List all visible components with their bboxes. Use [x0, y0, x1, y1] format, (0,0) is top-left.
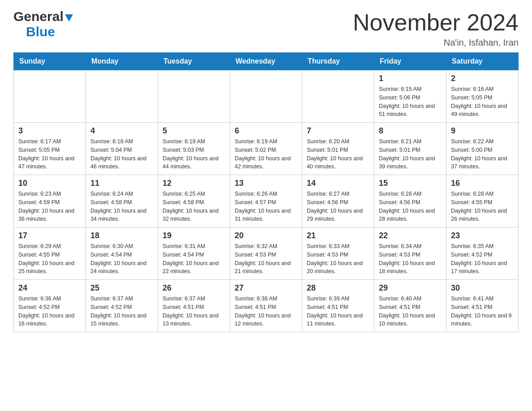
day-info: Sunrise: 6:39 AMSunset: 4:51 PMDaylight:… — [307, 295, 369, 328]
day-info: Sunrise: 6:34 AMSunset: 4:53 PMDaylight:… — [379, 242, 442, 276]
calendar-day-header: Monday — [86, 53, 158, 70]
day-number: 22 — [379, 231, 442, 240]
location-title: Na'in, Isfahan, Iran — [353, 38, 519, 48]
calendar-cell: 21Sunrise: 6:33 AMSunset: 4:53 PMDayligh… — [302, 227, 374, 280]
day-info: Sunrise: 6:21 AMSunset: 5:01 PMDaylight:… — [379, 137, 442, 171]
day-info: Sunrise: 6:30 AMSunset: 4:54 PMDaylight:… — [90, 242, 153, 276]
calendar-header-row: SundayMondayTuesdayWednesdayThursdayFrid… — [14, 53, 519, 70]
day-info: Sunrise: 6:19 AMSunset: 5:02 PMDaylight:… — [235, 137, 297, 171]
calendar-cell: 12Sunrise: 6:25 AMSunset: 4:58 PMDayligh… — [158, 175, 230, 227]
calendar-cell: 19Sunrise: 6:31 AMSunset: 4:54 PMDayligh… — [158, 227, 230, 280]
day-number: 2 — [451, 74, 514, 83]
calendar-day-header: Thursday — [302, 53, 374, 70]
day-info: Sunrise: 6:37 AMSunset: 4:51 PMDaylight:… — [163, 295, 225, 328]
calendar-day-header: Saturday — [446, 53, 519, 70]
calendar-cell — [302, 70, 374, 123]
month-title: November 2024 — [353, 9, 519, 36]
calendar-cell — [86, 70, 158, 123]
day-info: Sunrise: 6:16 AMSunset: 5:05 PMDaylight:… — [451, 85, 514, 119]
day-number: 26 — [163, 283, 225, 293]
calendar-cell: 25Sunrise: 6:37 AMSunset: 4:52 PMDayligh… — [86, 280, 158, 332]
day-info: Sunrise: 6:15 AMSunset: 5:06 PMDaylight:… — [379, 85, 442, 119]
calendar-week-row: 1Sunrise: 6:15 AMSunset: 5:06 PMDaylight… — [14, 70, 519, 123]
day-number: 3 — [18, 126, 81, 136]
day-info: Sunrise: 6:35 AMSunset: 4:52 PMDaylight:… — [451, 242, 514, 276]
calendar-cell — [14, 70, 86, 123]
day-number: 27 — [235, 283, 297, 293]
calendar-cell: 30Sunrise: 6:41 AMSunset: 4:51 PMDayligh… — [446, 280, 519, 332]
calendar-cell: 14Sunrise: 6:27 AMSunset: 4:56 PMDayligh… — [302, 175, 374, 227]
day-number: 1 — [379, 74, 442, 83]
day-info: Sunrise: 6:37 AMSunset: 4:52 PMDaylight:… — [90, 295, 153, 328]
day-info: Sunrise: 6:32 AMSunset: 4:53 PMDaylight:… — [235, 242, 297, 276]
calendar-week-row: 10Sunrise: 6:23 AMSunset: 4:59 PMDayligh… — [14, 175, 519, 227]
day-number: 15 — [379, 179, 442, 188]
day-info: Sunrise: 6:31 AMSunset: 4:54 PMDaylight:… — [163, 242, 225, 276]
logo-general-text: General — [13, 9, 64, 24]
day-number: 13 — [235, 179, 297, 188]
calendar-week-row: 3Sunrise: 6:17 AMSunset: 5:05 PMDaylight… — [14, 123, 519, 175]
day-number: 20 — [235, 231, 297, 240]
day-info: Sunrise: 6:25 AMSunset: 4:58 PMDaylight:… — [163, 190, 225, 223]
day-number: 21 — [307, 231, 369, 240]
calendar-cell: 6Sunrise: 6:19 AMSunset: 5:02 PMDaylight… — [230, 123, 302, 175]
day-info: Sunrise: 6:28 AMSunset: 4:56 PMDaylight:… — [379, 190, 442, 223]
day-info: Sunrise: 6:20 AMSunset: 5:01 PMDaylight:… — [307, 137, 369, 171]
day-number: 11 — [90, 179, 153, 188]
logo-blue-text: Blue — [26, 24, 55, 39]
day-info: Sunrise: 6:19 AMSunset: 5:03 PMDaylight:… — [163, 137, 225, 171]
calendar-day-header: Tuesday — [158, 53, 230, 70]
day-number: 18 — [90, 231, 153, 240]
day-number: 28 — [307, 283, 369, 293]
calendar-day-header: Friday — [374, 53, 446, 70]
logo: General Blue — [13, 9, 73, 39]
calendar-cell: 10Sunrise: 6:23 AMSunset: 4:59 PMDayligh… — [14, 175, 86, 227]
day-info: Sunrise: 6:33 AMSunset: 4:53 PMDaylight:… — [307, 242, 369, 276]
calendar-cell: 13Sunrise: 6:26 AMSunset: 4:57 PMDayligh… — [230, 175, 302, 227]
calendar-cell: 5Sunrise: 6:19 AMSunset: 5:03 PMDaylight… — [158, 123, 230, 175]
day-number: 30 — [451, 283, 514, 293]
day-number: 8 — [379, 126, 442, 136]
calendar-cell: 4Sunrise: 6:18 AMSunset: 5:04 PMDaylight… — [86, 123, 158, 175]
calendar-cell: 3Sunrise: 6:17 AMSunset: 5:05 PMDaylight… — [14, 123, 86, 175]
day-info: Sunrise: 6:29 AMSunset: 4:55 PMDaylight:… — [18, 242, 81, 276]
day-info: Sunrise: 6:36 AMSunset: 4:52 PMDaylight:… — [18, 295, 81, 328]
day-number: 14 — [307, 179, 369, 188]
day-number: 5 — [163, 126, 225, 136]
day-number: 9 — [451, 126, 514, 136]
calendar-cell: 11Sunrise: 6:24 AMSunset: 4:58 PMDayligh… — [86, 175, 158, 227]
day-number: 17 — [18, 231, 81, 240]
day-info: Sunrise: 6:41 AMSunset: 4:51 PMDaylight:… — [451, 295, 514, 328]
day-number: 10 — [18, 179, 81, 188]
day-info: Sunrise: 6:23 AMSunset: 4:59 PMDaylight:… — [18, 190, 81, 223]
day-number: 4 — [90, 126, 153, 136]
calendar-cell: 16Sunrise: 6:28 AMSunset: 4:55 PMDayligh… — [446, 175, 519, 227]
day-number: 6 — [235, 126, 297, 136]
calendar-cell: 15Sunrise: 6:28 AMSunset: 4:56 PMDayligh… — [374, 175, 446, 227]
calendar-cell: 18Sunrise: 6:30 AMSunset: 4:54 PMDayligh… — [86, 227, 158, 280]
day-number: 12 — [163, 179, 225, 188]
title-section: November 2024 Na'in, Isfahan, Iran — [353, 9, 519, 48]
calendar-cell: 2Sunrise: 6:16 AMSunset: 5:05 PMDaylight… — [446, 70, 519, 123]
calendar-cell: 1Sunrise: 6:15 AMSunset: 5:06 PMDaylight… — [374, 70, 446, 123]
calendar-cell: 28Sunrise: 6:39 AMSunset: 4:51 PMDayligh… — [302, 280, 374, 332]
calendar-cell: 20Sunrise: 6:32 AMSunset: 4:53 PMDayligh… — [230, 227, 302, 280]
calendar-cell: 9Sunrise: 6:22 AMSunset: 5:00 PMDaylight… — [446, 123, 519, 175]
day-info: Sunrise: 6:17 AMSunset: 5:05 PMDaylight:… — [18, 137, 81, 171]
day-number: 7 — [307, 126, 369, 136]
calendar-cell: 8Sunrise: 6:21 AMSunset: 5:01 PMDaylight… — [374, 123, 446, 175]
day-info: Sunrise: 6:22 AMSunset: 5:00 PMDaylight:… — [451, 137, 514, 171]
calendar-cell: 29Sunrise: 6:40 AMSunset: 4:51 PMDayligh… — [374, 280, 446, 332]
calendar-cell: 26Sunrise: 6:37 AMSunset: 4:51 PMDayligh… — [158, 280, 230, 332]
day-number: 19 — [163, 231, 225, 240]
calendar-cell: 23Sunrise: 6:35 AMSunset: 4:52 PMDayligh… — [446, 227, 519, 280]
calendar-cell: 22Sunrise: 6:34 AMSunset: 4:53 PMDayligh… — [374, 227, 446, 280]
day-info: Sunrise: 6:18 AMSunset: 5:04 PMDaylight:… — [90, 137, 153, 171]
day-number: 29 — [379, 283, 442, 293]
calendar-cell — [158, 70, 230, 123]
day-info: Sunrise: 6:38 AMSunset: 4:51 PMDaylight:… — [235, 295, 297, 328]
calendar-cell: 27Sunrise: 6:38 AMSunset: 4:51 PMDayligh… — [230, 280, 302, 332]
calendar-cell — [230, 70, 302, 123]
calendar-table: SundayMondayTuesdayWednesdayThursdayFrid… — [13, 52, 519, 332]
day-info: Sunrise: 6:40 AMSunset: 4:51 PMDaylight:… — [379, 295, 442, 328]
